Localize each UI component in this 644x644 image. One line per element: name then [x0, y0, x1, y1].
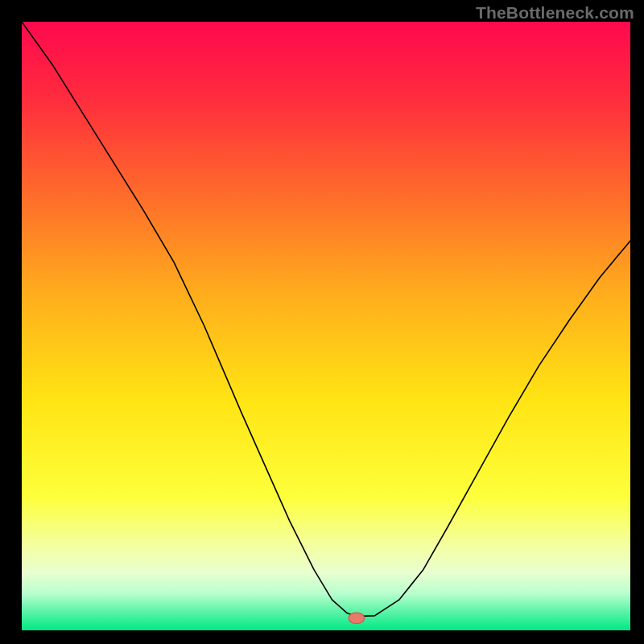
gradient-backdrop — [22, 22, 630, 630]
chart-frame: TheBottleneck.com — [0, 0, 644, 644]
watermark-text: TheBottleneck.com — [476, 3, 634, 23]
plot-area — [22, 22, 630, 630]
optimal-point-marker — [349, 613, 365, 624]
chart-svg — [22, 22, 630, 630]
